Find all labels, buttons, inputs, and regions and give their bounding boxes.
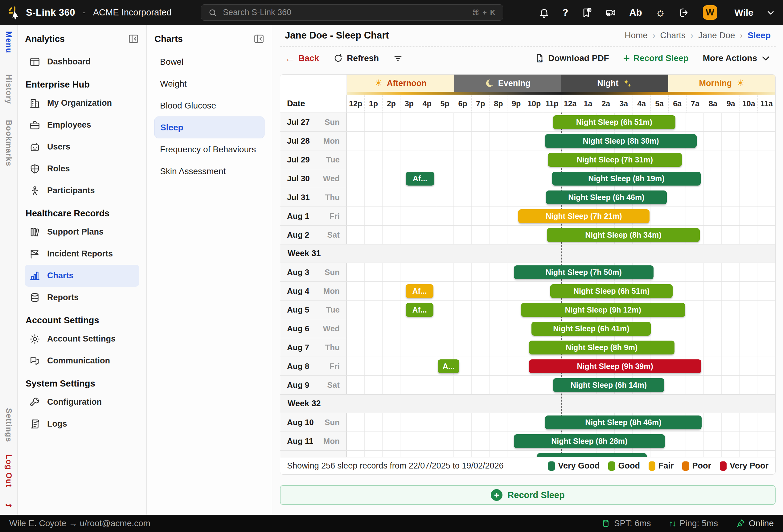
sleep-bar[interactable]: Af... [406, 172, 434, 186]
charts-collapse-icon[interactable] [253, 33, 264, 44]
sleep-bar[interactable]: Night Sleep (8h 9m) [529, 341, 675, 354]
sleep-bar[interactable]: Night Sleep (9h 12m) [521, 303, 685, 317]
more-actions-button[interactable]: More Actions [703, 53, 771, 63]
download-pdf-button[interactable]: PDF Download PDF [535, 53, 609, 63]
sidebar-item-roles[interactable]: Roles [25, 158, 139, 180]
sidebar-item-incident-reports[interactable]: Incident Reports [25, 243, 139, 265]
row-date: Aug 6 [287, 324, 309, 334]
record-sleep-button[interactable]: + Record Sleep [280, 485, 776, 505]
sleep-bar[interactable]: Night Sleep (7h 21m) [518, 209, 650, 223]
period-band-label: Evening [498, 79, 531, 88]
bookmark-add-icon[interactable] [581, 7, 592, 18]
sleep-track: Night Sleep (8h 30m) [347, 132, 775, 150]
help-icon[interactable]: ? [563, 7, 568, 18]
sleep-gantt-chart: ☀AfternoonEveningNightMorning☀ Date 12p1… [280, 74, 776, 475]
week-label: Week 31 [288, 249, 321, 258]
sleep-track: Night Sleep (8h 9m) [347, 338, 775, 356]
sleep-bar[interactable]: Night Sleep (7h 31m) [548, 153, 682, 167]
back-button[interactable]: ← Back [285, 53, 319, 63]
chart-tab-bowel[interactable]: Bowel [154, 51, 264, 73]
global-search[interactable]: ⌘ + K [201, 4, 503, 21]
sidebar-item-users[interactable]: Users [25, 136, 139, 158]
nav-collapse-icon[interactable] [128, 33, 139, 44]
sleep-bar[interactable]: Af... [406, 303, 433, 317]
period-bands-row: ☀AfternoonEveningNightMorning☀ [280, 74, 775, 92]
sidebar-item-label: Roles [47, 164, 70, 174]
day-night-gradient-row [280, 92, 775, 95]
rail-tab-settings[interactable]: Settings [4, 408, 13, 442]
row-date: Aug 8 [287, 362, 309, 371]
chart-tab-weight[interactable]: Weight [154, 73, 264, 95]
user-avatar[interactable]: W [703, 5, 717, 20]
chart-tab-sleep[interactable]: Sleep [154, 117, 264, 138]
sleep-bar[interactable]: Night Sleep (8h 30m) [545, 134, 697, 148]
sleep-bar[interactable]: Night Sleep (9h 39m) [529, 359, 701, 373]
rail-tab-history[interactable]: History [4, 74, 13, 104]
date-cell: Aug 8Fri [280, 357, 347, 375]
legend-item: Good [608, 461, 640, 471]
sidebar-item-support-plans[interactable]: Support Plans [25, 221, 139, 243]
sidebar-item-participants[interactable]: Participants [25, 180, 139, 201]
breadcrumb-home[interactable]: Home [625, 31, 648, 40]
search-input[interactable] [222, 7, 467, 18]
breadcrumb: Home › Charts › Jane Doe › Sleep [625, 31, 771, 40]
sleep-track: Night Sleep (6h 46m) [347, 188, 775, 207]
sleep-bar[interactable]: Night Sleep (6h 51m) [553, 115, 676, 129]
nav-section-system-settings: System Settings [25, 378, 139, 389]
date-cell: Aug 10Sun [280, 413, 347, 432]
sidebar-item-dashboard[interactable]: Dashboard [25, 51, 139, 73]
sidebar-item-configuration[interactable]: Configuration [25, 391, 139, 413]
sun-icon: ☀ [374, 79, 382, 88]
sleep-bar[interactable]: Night Sleep (6h 14m) [553, 378, 664, 392]
theme-sun-icon[interactable]: ☼ [655, 6, 666, 19]
row-date: Jul 30 [287, 174, 310, 183]
rail-tab-log-out[interactable]: Log Out [4, 454, 13, 487]
sleep-bar[interactable]: Night Sleep (6h 41m) [531, 322, 651, 336]
sleep-bar[interactable]: Night Sleep (7h 50m) [514, 265, 654, 279]
record-sleep-toolbar-button[interactable]: + Record Sleep [623, 53, 689, 64]
sign-out-icon[interactable] [679, 7, 690, 18]
sidebar-item-logs[interactable]: Logs [25, 413, 139, 435]
sidebar-item-label: Reports [47, 293, 79, 302]
sidebar-item-my-organization[interactable]: My Organization [25, 92, 139, 114]
hour-label: 4a [632, 95, 651, 113]
log-out-icon[interactable]: ↪ [5, 501, 12, 510]
rail-tab-menu[interactable]: Menu [4, 31, 13, 53]
breadcrumb-charts[interactable]: Charts [660, 31, 686, 40]
sleep-bar[interactable]: Night Sleep (6h 46m) [546, 190, 667, 205]
chart-row: Aug 6WedNight Sleep (6h 41m) [280, 319, 775, 338]
page-title: Jane Doe - Sleep Chart [285, 30, 389, 41]
period-band-morning: Morning☀ [668, 74, 776, 92]
chart-tab-skin-assessment[interactable]: Skin Assessment [154, 160, 264, 182]
sleep-bar[interactable]: Night Sleep (8h 34m) [547, 228, 700, 242]
breadcrumb-jane-doe[interactable]: Jane Doe [698, 31, 735, 40]
sleep-bar[interactable]: Night Sleep (8h 46m) [545, 415, 701, 429]
sleep-bar[interactable] [537, 453, 647, 457]
day-night-gradient [347, 92, 775, 95]
notifications-bell-icon[interactable] [538, 7, 550, 18]
sidebar-item-charts[interactable]: Charts [25, 265, 139, 287]
rail-tab-bookmarks[interactable]: Bookmarks [4, 120, 13, 166]
app-logo-icon[interactable] [6, 5, 21, 20]
chart-row [280, 450, 775, 457]
more-actions-label: More Actions [703, 53, 757, 63]
chart-tab-blood-glucose[interactable]: Blood Glucose [154, 95, 264, 117]
screen-record-icon[interactable] [605, 7, 616, 18]
sleep-bar[interactable]: Night Sleep (8h 28m) [514, 434, 665, 448]
sleep-track: Af...Night Sleep (8h 19m) [347, 169, 775, 188]
text-size-icon[interactable]: Ab [629, 7, 642, 18]
user-menu-chevron-down-icon[interactable] [766, 8, 775, 17]
sidebar-item-employees[interactable]: Employees [25, 114, 139, 136]
chart-tab-frequency-of-behaviours[interactable]: Frequency of Behaviours [154, 138, 264, 160]
sleep-bar[interactable]: Night Sleep (8h 19m) [552, 172, 701, 186]
refresh-button[interactable]: Refresh [333, 53, 379, 63]
sidebar-item-communication[interactable]: Communication [25, 350, 139, 372]
sidebar-item-reports[interactable]: Reports [25, 287, 139, 309]
sleep-bar[interactable]: Af... [406, 284, 433, 298]
filter-button[interactable] [393, 53, 403, 63]
row-date: Aug 10 [287, 418, 314, 427]
hour-label: 3a [615, 95, 632, 113]
sleep-bar[interactable]: Night Sleep (6h 51m) [550, 284, 672, 298]
sidebar-item-account-settings[interactable]: Account Settings [25, 328, 139, 350]
sleep-bar[interactable]: A... [438, 359, 459, 373]
